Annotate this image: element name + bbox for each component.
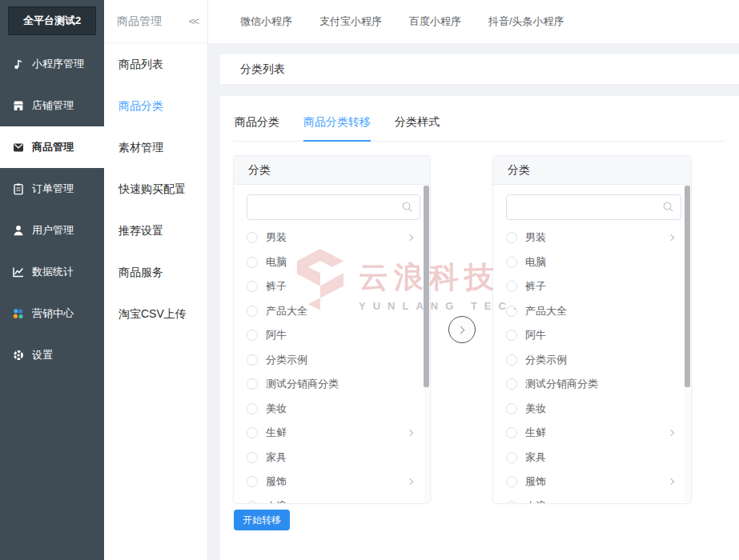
category-label: 分类示例	[266, 353, 307, 367]
panel-scrollbar-track	[424, 186, 429, 502]
category-list-item[interactable]: 美妆	[506, 397, 691, 422]
sidebar-item-label: 小程序管理	[32, 57, 84, 71]
radio-button[interactable]	[247, 330, 258, 341]
sidebar-item-orders[interactable]: 订单管理	[0, 168, 104, 210]
radio-button[interactable]	[247, 403, 258, 414]
main-area: 微信小程序 支付宝小程序 百度小程序 抖音/头条小程序 分类列表 商品分类 商品…	[208, 0, 739, 560]
sidebar-item-users[interactable]: 用户管理	[0, 210, 104, 251]
sidebar-item-label: 店铺管理	[32, 98, 74, 113]
radio-button[interactable]	[247, 378, 258, 390]
category-list-item[interactable]: 裤子	[506, 274, 691, 299]
topbar-tab-baidu[interactable]: 百度小程序	[409, 14, 461, 29]
tab-category-style[interactable]: 分类样式	[395, 115, 440, 142]
tab-goods-category[interactable]: 商品分类	[235, 115, 279, 142]
radio-button[interactable]	[247, 501, 258, 504]
category-list-item[interactable]: 分类示例	[506, 348, 691, 373]
category-list-item[interactable]: 生鲜	[506, 421, 691, 446]
submenu-item-goods-category[interactable]: 商品分类	[104, 85, 207, 126]
transfer-arrow-button[interactable]	[448, 316, 476, 343]
radio-button[interactable]	[247, 452, 258, 463]
submenu-item-goods-list[interactable]: 商品列表	[104, 43, 207, 85]
sidebar-item-stats[interactable]: 数据统计	[0, 251, 104, 293]
radio-button[interactable]	[506, 378, 517, 390]
category-list-item[interactable]: 电脑	[506, 250, 691, 275]
category-list-item[interactable]: 服饰	[506, 470, 691, 494]
category-search-input[interactable]	[247, 194, 420, 220]
category-list-item[interactable]: 裤子	[247, 274, 430, 299]
radio-button[interactable]	[506, 354, 517, 366]
radio-button[interactable]	[247, 232, 258, 243]
category-list-item[interactable]: 测试分销商分类	[506, 372, 691, 397]
sidebar-item-label: 商品管理	[32, 140, 74, 154]
sidebar-item-shop[interactable]: 店铺管理	[0, 85, 104, 126]
category-list-item[interactable]: 男装	[247, 226, 430, 250]
panel-scrollbar-thumb[interactable]	[685, 186, 690, 387]
submenu-item-recommend[interactable]: 推荐设置	[104, 210, 207, 251]
category-list-item[interactable]: 小浪	[506, 494, 691, 505]
radio-button[interactable]	[506, 281, 517, 292]
radio-button[interactable]	[247, 257, 258, 268]
category-list-item[interactable]: 家具	[506, 446, 691, 470]
category-list-item[interactable]: 分类示例	[247, 348, 430, 373]
panel-scrollbar-thumb[interactable]	[424, 186, 429, 387]
category-label: 测试分销商分类	[266, 377, 339, 391]
category-list-item[interactable]: 产品大全	[506, 299, 691, 324]
category-list-item[interactable]: 服饰	[247, 470, 430, 494]
category-list-item[interactable]: 美妆	[247, 397, 430, 422]
category-transfer-widget: 分类 男装	[233, 155, 725, 504]
category-label: 家具	[266, 450, 287, 465]
category-list-item[interactable]: 生鲜	[247, 421, 430, 446]
category-list-item[interactable]: 电脑	[247, 250, 430, 275]
radio-button[interactable]	[506, 306, 517, 317]
collapse-sidebar-button[interactable]: <<	[189, 15, 198, 27]
category-list-item[interactable]: 家具	[247, 446, 430, 470]
tab-category-transfer[interactable]: 商品分类转移	[303, 115, 371, 142]
chevron-right-icon	[668, 478, 674, 485]
category-list-item[interactable]: 测试分销商分类	[247, 372, 430, 397]
search-icon	[401, 201, 413, 213]
category-label: 男装	[525, 230, 546, 245]
submenu-item-taobao-csv[interactable]: 淘宝CSV上传	[104, 293, 207, 334]
category-label: 阿牛	[525, 328, 546, 342]
category-label: 家具	[525, 450, 546, 465]
category-list-item[interactable]: 男装	[506, 226, 691, 250]
category-label: 产品大全	[525, 304, 567, 318]
radio-button[interactable]	[506, 452, 517, 463]
category-label: 美妆	[525, 402, 546, 416]
radio-button[interactable]	[247, 476, 258, 487]
submenu-item-goods-service[interactable]: 商品服务	[104, 251, 207, 293]
marketing-icon	[12, 307, 25, 320]
sidebar-item-settings[interactable]: 设置	[0, 334, 104, 376]
radio-button[interactable]	[506, 232, 517, 243]
sidebar-item-marketing[interactable]: 营销中心	[0, 293, 104, 334]
radio-button[interactable]	[247, 354, 258, 366]
category-list-item[interactable]: 阿牛	[506, 323, 691, 348]
submenu-item-quick-buy[interactable]: 快速购买配置	[104, 168, 207, 210]
radio-button[interactable]	[247, 427, 258, 438]
shop-icon	[12, 99, 25, 112]
category-list-item[interactable]: 产品大全	[247, 299, 430, 324]
sidebar-item-miniprogram[interactable]: 小程序管理	[0, 43, 104, 85]
chevron-right-icon	[407, 430, 413, 436]
category-list-item[interactable]: 小浪	[247, 494, 430, 505]
search-icon	[662, 201, 674, 213]
radio-button[interactable]	[247, 281, 258, 292]
radio-button[interactable]	[506, 476, 517, 487]
radio-button[interactable]	[506, 427, 517, 438]
topbar-tab-douyin[interactable]: 抖音/头条小程序	[488, 14, 564, 29]
topbar-tab-alipay[interactable]: 支付宝小程序	[319, 14, 382, 29]
radio-button[interactable]	[506, 330, 517, 341]
chevron-right-icon	[407, 478, 413, 485]
radio-button[interactable]	[506, 501, 517, 504]
category-list-item[interactable]: 阿牛	[247, 323, 430, 348]
start-transfer-button[interactable]: 开始转移	[234, 510, 290, 530]
page-title-card: 分类列表	[220, 54, 739, 84]
submenu-item-material[interactable]: 素材管理	[104, 126, 207, 168]
topbar-tab-wechat[interactable]: 微信小程序	[240, 14, 292, 29]
sidebar-item-goods[interactable]: 商品管理	[0, 126, 104, 168]
category-search-input[interactable]	[506, 194, 681, 220]
target-category-panel: 分类 男装	[492, 155, 692, 504]
radio-button[interactable]	[506, 403, 517, 414]
radio-button[interactable]	[247, 306, 258, 317]
radio-button[interactable]	[506, 257, 517, 268]
